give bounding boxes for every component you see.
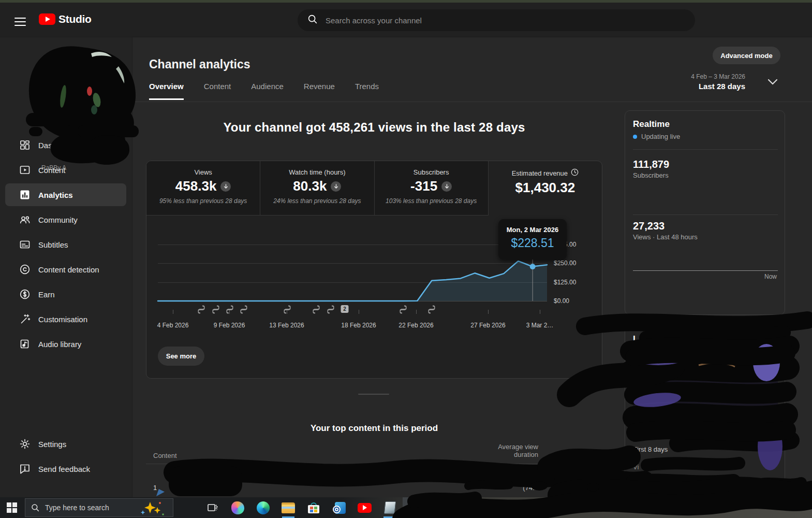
taskbar-icon-edge[interactable] xyxy=(250,497,275,518)
taskbar-search-placeholder: Type here to search xyxy=(45,503,109,512)
taskbar-icon-copilot[interactable] xyxy=(225,497,250,518)
taskbar-icon-chrome[interactable] xyxy=(403,497,427,518)
taskbar-icon-file-explorer[interactable] xyxy=(276,497,301,518)
search-icon xyxy=(31,503,40,512)
taskbar-search-input[interactable]: Type here to search xyxy=(25,498,173,517)
taskbar-icon-youtube[interactable] xyxy=(352,497,377,518)
windows-taskbar: Type here to search xyxy=(0,497,812,518)
taskbar-icon-task-view[interactable] xyxy=(200,497,225,518)
taskbar-icon-store[interactable] xyxy=(301,497,326,518)
tooltip-date: Mon, 2 Mar 2026 xyxy=(498,226,567,234)
copilot-sparkle-icon xyxy=(139,501,166,518)
taskbar-icon-notepad[interactable] xyxy=(377,497,402,518)
chart-tooltip: Mon, 2 Mar 2026 $228.51 xyxy=(498,219,567,260)
taskbar-icon-outlook[interactable] xyxy=(327,497,351,518)
youtube-studio-window: Studio Search across your channel nnel R… xyxy=(0,0,812,518)
tooltip-value: $228.51 xyxy=(498,236,567,250)
revenue-line-svg xyxy=(0,0,812,518)
start-button[interactable] xyxy=(6,502,19,513)
